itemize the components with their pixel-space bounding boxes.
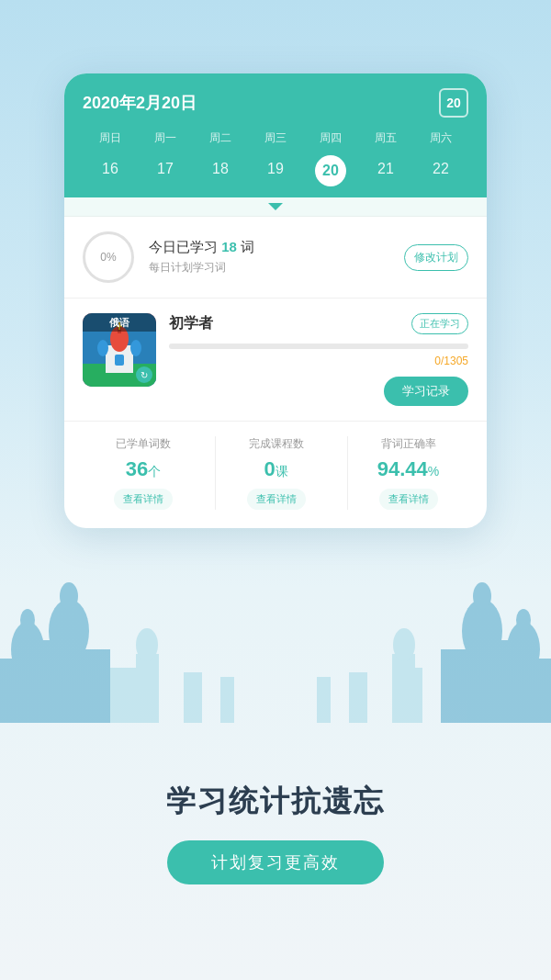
date-22[interactable]: 22 xyxy=(413,155,468,186)
date-21[interactable]: 21 xyxy=(358,155,413,186)
daily-word-count: 18 xyxy=(221,239,237,254)
stat-words-unit: 个 xyxy=(148,464,161,479)
stat-courses: 完成课程数 0课 查看详情 xyxy=(215,436,336,510)
date-row: 16 17 18 19 20 21 22 xyxy=(83,155,468,197)
daily-subtitle: 每日计划学习词 xyxy=(149,260,389,276)
stat-accuracy-unit: % xyxy=(428,464,439,479)
course-info: 初学者 正在学习 0/1305 学习记录 xyxy=(169,313,468,406)
course-progress-bar xyxy=(169,344,468,349)
weekday-row: 周日 周一 周二 周三 周四 周五 周六 xyxy=(83,129,468,148)
svg-point-24 xyxy=(136,628,158,661)
date-17[interactable]: 17 xyxy=(138,155,193,186)
svg-rect-14 xyxy=(521,613,526,624)
svg-rect-7 xyxy=(65,589,73,600)
daily-word-unit: 词 xyxy=(241,239,254,254)
weekday-fri: 周五 xyxy=(358,129,413,148)
daily-section: 0% 今日已学习 18 词 每日计划学习词 修改计划 xyxy=(64,217,487,299)
course-title-row: 初学者 正在学习 xyxy=(169,313,468,334)
stat-accuracy-detail-button[interactable]: 查看详情 xyxy=(379,489,438,510)
calendar-title: 2020年2月20日 xyxy=(83,92,197,114)
svg-point-39 xyxy=(97,340,108,356)
date-19[interactable]: 19 xyxy=(248,155,303,186)
daily-prefix: 今日已学习 xyxy=(149,239,218,254)
bottom-section: 学习统计抗遗忘 计划复习更高效 xyxy=(0,686,551,980)
svg-point-40 xyxy=(130,340,141,356)
stat-courses-value: 0课 xyxy=(216,457,336,481)
weekday-sun: 周日 xyxy=(83,129,138,148)
sub-slogan-button[interactable]: 计划复习更高效 xyxy=(167,840,384,884)
stat-accuracy-value: 94.44% xyxy=(348,457,468,481)
calendar-title-row: 2020年2月20日 20 xyxy=(83,88,468,118)
main-card: 2020年2月20日 20 周日 周一 周二 周三 周四 周五 周六 16 17… xyxy=(64,73,487,528)
weekday-sat: 周六 xyxy=(413,129,468,148)
course-card: 俄语 ↻ 初学者 正在学习 0/1305 学习记录 xyxy=(83,313,468,406)
weekday-mon: 周一 xyxy=(138,129,193,148)
svg-rect-3 xyxy=(25,613,30,624)
stat-courses-label: 完成课程数 xyxy=(216,436,336,452)
study-record-button[interactable]: 学习记录 xyxy=(384,377,468,406)
svg-rect-18 xyxy=(478,589,486,600)
stat-courses-detail-button[interactable]: 查看详情 xyxy=(247,489,306,510)
weekday-thu: 周四 xyxy=(303,129,358,148)
date-16[interactable]: 16 xyxy=(83,155,138,186)
stat-words-value: 36个 xyxy=(83,457,204,481)
refresh-icon: ↻ xyxy=(136,366,152,383)
stat-courses-unit: 课 xyxy=(276,464,288,479)
course-thumbnail: 俄语 ↻ xyxy=(83,313,156,387)
date-20-active[interactable]: 20 xyxy=(315,155,346,186)
stat-words-number: 36 xyxy=(126,457,148,480)
weekday-wed: 周三 xyxy=(248,129,303,148)
stat-accuracy-number: 94.44 xyxy=(377,457,428,480)
main-slogan: 学习统计抗遗忘 xyxy=(166,782,385,822)
progress-circle: 0% xyxy=(83,231,134,283)
stat-words: 已学单词数 36个 查看详情 xyxy=(83,436,204,510)
studying-badge: 正在学习 xyxy=(411,313,468,334)
calendar-icon[interactable]: 20 xyxy=(439,88,468,118)
svg-text:俄语: 俄语 xyxy=(108,317,130,328)
course-name: 初学者 xyxy=(169,314,213,333)
stat-accuracy-label: 背词正确率 xyxy=(348,436,468,452)
course-progress-count: 0/1305 xyxy=(169,355,468,367)
course-section: 俄语 ↻ 初学者 正在学习 0/1305 学习记录 xyxy=(64,299,487,422)
progress-label: 0% xyxy=(100,251,116,264)
stat-words-detail-button[interactable]: 查看详情 xyxy=(114,489,173,510)
weekday-tue: 周二 xyxy=(193,129,248,148)
modify-plan-button[interactable]: 修改计划 xyxy=(404,244,468,271)
svg-rect-41 xyxy=(115,355,124,366)
calendar-collapse-row[interactable] xyxy=(64,197,487,217)
stat-words-label: 已学单词数 xyxy=(83,436,204,452)
daily-info: 今日已学习 18 词 每日计划学习词 xyxy=(149,239,389,276)
svg-point-27 xyxy=(393,628,415,661)
stat-courses-number: 0 xyxy=(264,457,275,480)
chevron-down-icon xyxy=(268,203,283,210)
stats-section: 已学单词数 36个 查看详情 完成课程数 0课 查看详情 背词正确率 94.44… xyxy=(64,422,487,528)
stat-accuracy: 背词正确率 94.44% 查看详情 xyxy=(347,436,468,510)
calendar-header: 2020年2月20日 20 周日 周一 周二 周三 周四 周五 周六 16 17… xyxy=(64,73,487,197)
daily-title: 今日已学习 18 词 xyxy=(149,239,389,256)
date-18[interactable]: 18 xyxy=(193,155,248,186)
